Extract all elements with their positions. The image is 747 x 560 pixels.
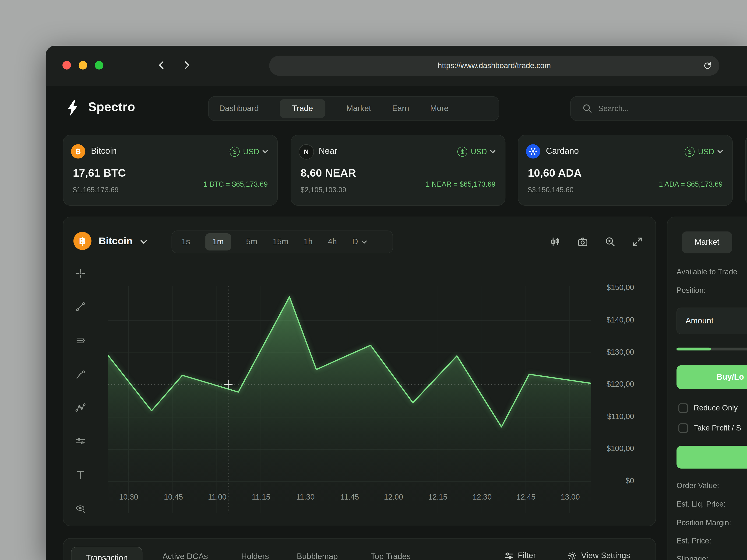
snapshot-button[interactable] bbox=[576, 236, 589, 248]
price-chart[interactable] bbox=[108, 286, 591, 513]
trendline-tool[interactable] bbox=[74, 300, 86, 313]
filter-button[interactable]: Filter bbox=[504, 551, 536, 560]
indicators-button[interactable] bbox=[549, 236, 561, 248]
minimize-window-button[interactable] bbox=[79, 61, 87, 70]
asset-fiat-value: $3,150,145.60 bbox=[528, 186, 573, 194]
tab-holders[interactable]: Holders bbox=[241, 552, 269, 560]
horizontal-lines-tool[interactable] bbox=[74, 335, 86, 347]
take-profit-row: Take Profit / S bbox=[678, 423, 741, 433]
spectro-logo-icon bbox=[66, 100, 81, 117]
chevron-down-icon bbox=[262, 150, 267, 153]
x-axis-label: 11.15 bbox=[241, 493, 281, 501]
amount-input[interactable]: Amount bbox=[676, 308, 747, 334]
nav-item-more[interactable]: More bbox=[430, 104, 449, 113]
nav-item-dashboard[interactable]: Dashboard bbox=[219, 104, 259, 113]
timeframe-4h[interactable]: 4h bbox=[328, 237, 337, 247]
buy-long-button[interactable]: Buy/Lo bbox=[676, 365, 747, 389]
crosshair-icon bbox=[75, 268, 86, 278]
nav-item-market[interactable]: Market bbox=[346, 104, 371, 113]
reduce-only-label: Reduce Only bbox=[694, 404, 738, 412]
crosshair-tool[interactable] bbox=[74, 267, 86, 279]
take-profit-checkbox[interactable] bbox=[678, 423, 688, 433]
zoom-window-button[interactable] bbox=[95, 61, 103, 70]
currency-label: USD bbox=[243, 148, 259, 156]
fullscreen-button[interactable] bbox=[631, 236, 644, 248]
y-axis-label: $130,00 bbox=[591, 348, 634, 358]
asset-fiat-value: $2,105,103.09 bbox=[301, 186, 346, 194]
eye-icon bbox=[75, 503, 86, 514]
hide-drawings-tool[interactable] bbox=[74, 502, 86, 515]
currency-selector[interactable]: $ USD bbox=[230, 147, 268, 157]
confirm-button[interactable]: C bbox=[676, 446, 747, 469]
trendline-icon bbox=[75, 301, 86, 312]
asset-name: Near bbox=[319, 146, 337, 156]
nav-item-trade[interactable]: Trade bbox=[280, 99, 325, 118]
url-bar[interactable]: https://www.dashboard/trade.com bbox=[269, 56, 719, 76]
horizontal-lines-icon bbox=[75, 335, 86, 346]
back-arrow-icon bbox=[156, 59, 167, 71]
x-axis-label: 10.30 bbox=[108, 493, 149, 501]
timeframe-1m[interactable]: 1m bbox=[205, 233, 231, 250]
brush-tool[interactable] bbox=[74, 369, 86, 381]
tab-bubblemap[interactable]: Bubblemap bbox=[297, 552, 338, 560]
x-axis-label: 12.00 bbox=[374, 493, 413, 501]
camera-icon bbox=[577, 236, 588, 247]
gear-icon bbox=[567, 551, 577, 560]
tab-top-trades[interactable]: Top Trades bbox=[371, 552, 411, 560]
dollar-circle-icon: $ bbox=[458, 147, 468, 157]
filter-icon bbox=[504, 551, 514, 560]
search-input[interactable]: Search... bbox=[570, 96, 747, 121]
timeframe-d[interactable]: D bbox=[352, 237, 367, 247]
tab-market[interactable]: Market bbox=[681, 232, 732, 254]
bitcoin-icon: ฿ bbox=[73, 232, 92, 250]
y-axis-label: $100,00 bbox=[591, 444, 634, 454]
reduce-only-checkbox[interactable] bbox=[678, 403, 688, 413]
screenshot-stage: https://www.dashboard/trade.com Spectro … bbox=[0, 0, 747, 560]
view-settings-button[interactable]: View Settings bbox=[567, 551, 630, 560]
asset-card-near[interactable]: N Near $ USD 8,60 NEAR $2,105,103.09 1 N… bbox=[291, 135, 506, 206]
brand-name: Spectro bbox=[88, 100, 135, 114]
available-to-trade-label: Available to Trade bbox=[676, 268, 738, 276]
est-liq-price-label: Est. Liq. Price: bbox=[676, 500, 726, 509]
close-window-button[interactable] bbox=[62, 61, 71, 70]
reload-button[interactable] bbox=[702, 60, 713, 71]
chevron-down-icon[interactable] bbox=[140, 240, 147, 244]
filter-label: Filter bbox=[518, 551, 536, 560]
zoom-in-button[interactable] bbox=[604, 236, 617, 248]
x-axis-label: 11.00 bbox=[197, 493, 237, 501]
est-price-label: Est. Price: bbox=[676, 537, 711, 545]
view-settings-label: View Settings bbox=[581, 551, 630, 560]
back-button[interactable] bbox=[155, 59, 168, 72]
x-axis-label: 10.45 bbox=[153, 493, 193, 501]
currency-label: USD bbox=[471, 148, 487, 156]
nav-item-earn[interactable]: Earn bbox=[392, 104, 409, 113]
asset-card-cardano[interactable]: Cardano $ USD 10,60 ADA $3,150,145.60 1 … bbox=[518, 135, 732, 206]
forward-button[interactable] bbox=[180, 59, 193, 72]
pattern-tool[interactable] bbox=[74, 401, 86, 414]
tab-transaction[interactable]: Transaction bbox=[71, 547, 143, 560]
text-tool[interactable] bbox=[74, 469, 86, 481]
measure-tool[interactable] bbox=[74, 435, 86, 447]
asset-amount: 10,60 ADA bbox=[528, 167, 582, 180]
amount-slider[interactable] bbox=[676, 348, 747, 350]
chart-asset-selector[interactable]: Bitcoin bbox=[99, 235, 132, 247]
asset-name: Bitcoin bbox=[91, 146, 117, 156]
currency-selector[interactable]: $ USD bbox=[458, 147, 496, 157]
reload-icon bbox=[703, 61, 712, 71]
cardano-icon bbox=[526, 144, 540, 158]
position-margin-label: Position Margin: bbox=[676, 518, 731, 527]
timeframe-15m[interactable]: 15m bbox=[273, 237, 288, 247]
amount-slider-fill bbox=[676, 348, 711, 350]
asset-rate: 1 ADA = $65,173.69 bbox=[659, 180, 723, 188]
asset-amount: 17,61 BTC bbox=[73, 167, 126, 180]
timeframe-5m[interactable]: 5m bbox=[246, 237, 257, 247]
chevron-down-icon bbox=[490, 150, 495, 153]
timeframe-1h[interactable]: 1h bbox=[304, 237, 313, 247]
pattern-icon bbox=[75, 402, 86, 413]
currency-selector[interactable]: $ USD bbox=[685, 147, 723, 157]
asset-card-bitcoin[interactable]: ฿ Bitcoin $ USD 17,61 BTC $1,165,173.69 … bbox=[63, 135, 278, 206]
timeframe-bar: 1s 1m 5m 15m 1h 4h D bbox=[172, 231, 393, 254]
tab-active-dcas[interactable]: Active DCAs bbox=[162, 552, 208, 560]
x-axis-label: 13.00 bbox=[550, 493, 590, 501]
timeframe-1s[interactable]: 1s bbox=[182, 237, 190, 247]
